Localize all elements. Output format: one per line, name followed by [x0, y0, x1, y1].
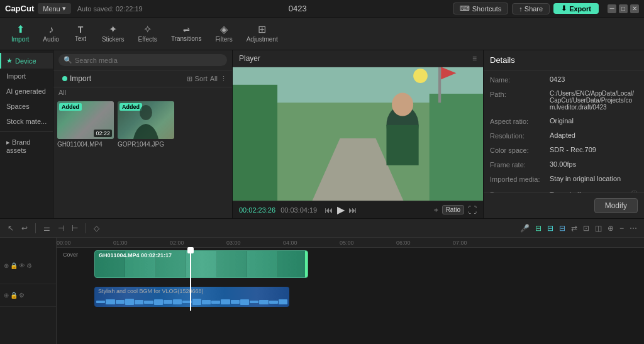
eye-icon[interactable]: 👁 — [19, 262, 25, 269]
playhead[interactable] — [190, 248, 191, 311]
main-area: ★Device Import AI generated Spaces Stock… — [0, 50, 644, 218]
sidebar-item-ai-generated[interactable]: AI generated — [0, 84, 53, 99]
sidebar-item-import[interactable]: Import — [0, 69, 53, 84]
audio-split-button[interactable]: ⊟ — [557, 223, 567, 234]
video-settings-icon[interactable]: ⚙ — [26, 262, 32, 269]
detail-row-path: Path: C:/Users/ENC/AppData/Local/CapCut/… — [490, 90, 638, 111]
toolbar-adjustment[interactable]: ⊞ Adjustment — [240, 22, 284, 45]
import-button[interactable]: Import — [58, 73, 95, 84]
audio-mute-button[interactable]: ⊟ — [545, 223, 555, 234]
screen-capture-button[interactable]: ⊡ — [581, 223, 591, 234]
list-item[interactable]: Added 02:22 GH011004.MP4 — [57, 101, 114, 148]
svg-rect-11 — [438, 67, 441, 103]
play-button[interactable]: ▶ — [337, 204, 345, 216]
media-panel: 🔍 Import ⊞ Sort All ⋮ All — [53, 50, 233, 218]
timeline-settings-button[interactable]: ⊕ — [606, 223, 616, 234]
sidebar-item-stock-mate[interactable]: Stock mate... — [0, 114, 53, 129]
timeline-options-button[interactable]: ⋯ — [628, 223, 639, 234]
svg-point-0 — [140, 105, 152, 120]
media-controls: ⊞ Sort All ⋮ — [187, 75, 227, 83]
undo-button[interactable]: ↩ — [19, 223, 30, 234]
details-panel: Details Name: 0423 Path: C:/Users/ENC/Ap… — [484, 50, 644, 218]
cut-head-button[interactable]: ⊣ — [55, 223, 67, 234]
video-clip[interactable]: GH011004.MP4 00:02:21:17 — [94, 250, 308, 278]
step-forward-button[interactable]: ⏭ — [348, 205, 357, 215]
details-body: Name: 0423 Path: C:/Users/ENC/AppData/Lo… — [484, 70, 644, 192]
audio-clip[interactable]: Stylish and cool BGM for VLOG(1528668) — [94, 287, 289, 307]
adjustment-icon: ⊞ — [258, 25, 266, 35]
shortcuts-button[interactable]: ⌨ Shortcuts — [453, 3, 508, 14]
detail-row-name: Name: 0423 — [490, 75, 638, 84]
video-track: Cover GH011004.MP4 00:02:21:17 — [57, 248, 644, 284]
auto-save-label: Auto saved: 02:22:19 — [77, 5, 143, 13]
player-total-time: 00:03:04:19 — [280, 206, 317, 214]
fullscreen-button[interactable]: ⛶ — [468, 205, 477, 215]
grid-view-button[interactable]: ⊞ — [187, 75, 192, 83]
detail-row-resolution: Resolution: Adapted — [490, 131, 638, 140]
minimize-button[interactable]: ─ — [608, 4, 616, 13]
ratio-button[interactable]: Ratio — [442, 205, 464, 214]
timeline-toolbar: ↖ ↩ ⚌ ⊣ ⊢ ◇ 🎤 ⊟ ⊟ ⊟ ⇄ ⊡ ◫ ⊕ − ⋯ — [0, 219, 644, 238]
pip-button[interactable]: ◫ — [593, 223, 604, 234]
mic-button[interactable]: 🎤 — [518, 223, 531, 234]
toolbar-text[interactable]: T Text — [67, 23, 94, 45]
export-button[interactable]: ⬇ Export — [553, 3, 599, 14]
media-header: 🔍 — [53, 50, 232, 70]
toolbar-transitions[interactable]: ⇌ Transitions — [165, 23, 208, 45]
player-header: Player ≡ — [233, 50, 483, 67]
detail-row-imported-media: Imported media: Stay in original locatio… — [490, 175, 638, 183]
audio-lock-icon[interactable]: 🔒 — [10, 292, 18, 299]
media-toolbar: Import ⊞ Sort All ⋮ — [53, 70, 232, 87]
cut-tail-button[interactable]: ⊢ — [69, 223, 80, 234]
timeline-track-area: ⊕ 🔒 👁 ⚙ ⊕ 🔒 ⚙ 00:00 01:00 02:00 0 — [0, 238, 644, 344]
audio-track-label-row: ⊕ 🔒 ⚙ — [0, 284, 56, 307]
video-clip-label: GH011004.MP4 00:02:21:17 — [99, 252, 172, 258]
playhead-handle[interactable] — [187, 247, 194, 253]
audio-settings-icon[interactable]: ⚙ — [19, 292, 25, 299]
keyframe-button[interactable]: ◇ — [91, 223, 102, 234]
audio-waveform — [94, 298, 289, 306]
import-dot — [62, 76, 67, 81]
menu-button[interactable]: Menu ▾ — [38, 3, 71, 14]
toolbar-import[interactable]: ⬆ Import — [5, 22, 35, 45]
media-section-label: All — [53, 87, 232, 97]
toolbar-stickers[interactable]: ✦ Stickers — [96, 22, 131, 45]
sidebar-item-device[interactable]: ★Device — [0, 53, 53, 69]
details-title: Details — [490, 55, 515, 65]
lock-icon[interactable]: 🔒 — [10, 262, 18, 269]
share-button[interactable]: ↑ Share — [512, 3, 550, 14]
audio-link-button[interactable]: ⊟ — [533, 223, 543, 234]
search-icon: 🔍 — [64, 56, 72, 64]
search-bar[interactable]: 🔍 — [58, 54, 227, 66]
modify-button[interactable]: Modify — [594, 198, 638, 213]
cursor-tool-button[interactable]: ↖ — [5, 223, 16, 234]
detail-row-colorspace: Color space: SDR - Rec.709 — [490, 146, 638, 154]
toolbar-effects[interactable]: ✧ Effects — [131, 22, 163, 45]
maximize-button[interactable]: □ — [619, 4, 628, 13]
sidebar-item-brand-assets[interactable]: ▸ Brand assets — [0, 135, 53, 158]
sidebar-item-spaces[interactable]: Spaces — [0, 99, 53, 114]
camera-icon[interactable]: ⌖ — [434, 206, 438, 214]
filters-icon: ◈ — [220, 25, 228, 35]
sort-button[interactable]: Sort — [195, 75, 208, 82]
toolbar-audio[interactable]: ♪ Audio — [36, 22, 65, 45]
player-controls: 00:02:23:26 00:03:04:19 ⏮ ▶ ⏭ ⌖ Ratio ⛶ — [233, 201, 483, 218]
zoom-out-button[interactable]: − — [618, 223, 626, 234]
media-grid: Added 02:22 GH011004.MP4 Added GOPR1044.… — [53, 97, 232, 218]
list-item[interactable]: Added GOPR1044.JPG — [118, 101, 174, 148]
add-audio-icon[interactable]: ⊕ — [4, 292, 9, 299]
toolbar-separator-2 — [86, 223, 86, 233]
audio-track-icons: ⊕ 🔒 ⚙ — [4, 292, 25, 299]
all-filter-button[interactable]: All — [210, 75, 218, 82]
toolbar-filters[interactable]: ◈ Filters — [209, 22, 238, 45]
detail-row-framerate: Frame rate: 30.00fps — [490, 160, 638, 169]
player-scene — [233, 67, 483, 201]
clip-link-button[interactable]: ⇄ — [569, 223, 579, 234]
close-button[interactable]: ✕ — [630, 4, 639, 13]
search-input[interactable] — [75, 57, 222, 64]
split-button[interactable]: ⚌ — [41, 223, 53, 234]
step-backward-button[interactable]: ⏮ — [325, 205, 333, 215]
more-options-button[interactable]: ⋮ — [220, 75, 227, 83]
add-video-icon[interactable]: ⊕ — [4, 262, 9, 269]
player-menu-icon[interactable]: ≡ — [472, 54, 477, 63]
